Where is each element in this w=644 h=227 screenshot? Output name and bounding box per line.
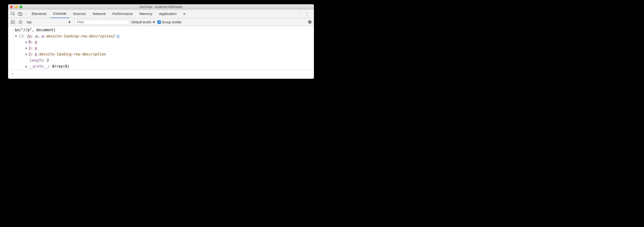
- group-similar-toggle[interactable]: Group similar: [158, 20, 182, 24]
- array-entry-row[interactable]: 1: p: [8, 46, 314, 52]
- expand-caret-icon[interactable]: [26, 47, 27, 50]
- expand-caret-icon[interactable]: [26, 65, 27, 68]
- proto-row[interactable]: __proto__: Array(0): [8, 64, 314, 70]
- tab-application[interactable]: Application: [156, 10, 180, 18]
- svg-rect-2: [20, 13, 22, 16]
- array-index: 0: [28, 40, 31, 44]
- window-title: DevTools - localhost:8080/web/: [8, 5, 314, 9]
- output-marker-icon: [10, 33, 15, 40]
- info-icon[interactable]: i: [116, 35, 120, 38]
- log-levels-selector[interactable]: Default levels ▼: [131, 20, 156, 24]
- tab-performance[interactable]: Performance: [109, 10, 136, 18]
- element-tag[interactable]: p: [35, 40, 37, 44]
- element-class: .devsite-landing-row-description: [44, 34, 112, 38]
- length-key: length: [30, 58, 42, 63]
- console-toolbar: top ▼ Default levels ▼ Group similar: [8, 18, 314, 26]
- array-index: 1: [28, 46, 31, 51]
- tab-network[interactable]: Network: [90, 10, 109, 18]
- svg-line-7: [20, 21, 22, 23]
- group-similar-checkbox[interactable]: [158, 21, 161, 24]
- length-value: 3: [46, 58, 49, 63]
- element-tag[interactable]: p: [35, 34, 37, 38]
- tabs-overflow-button[interactable]: »: [181, 11, 188, 16]
- titlebar: DevTools - localhost:8080/web/: [8, 4, 314, 10]
- console-prompt[interactable]: [8, 70, 314, 79]
- element-class: .devsite-landing-row-description: [37, 52, 106, 56]
- clear-console-icon[interactable]: [18, 19, 23, 25]
- input-expression[interactable]: $x("//p", document): [15, 27, 312, 33]
- more-options-icon[interactable]: ⋮: [302, 11, 312, 17]
- proto-key: __proto__: [28, 64, 48, 69]
- element-tag[interactable]: p: [29, 34, 31, 38]
- context-selector-value: top: [27, 20, 32, 24]
- dropdown-caret-icon: ▼: [68, 20, 71, 24]
- expand-caret-icon[interactable]: [26, 41, 27, 44]
- separator: [300, 12, 300, 16]
- prompt-input[interactable]: [15, 71, 312, 77]
- array-index: 2: [28, 52, 31, 56]
- expand-caret-icon[interactable]: [15, 36, 17, 37]
- element-tag[interactable]: p: [35, 52, 37, 56]
- log-levels-label: Default levels: [131, 20, 151, 24]
- console-result-row: (3) [p, p, p.devsite-landing-row-descrip…: [8, 33, 314, 40]
- prompt-marker-icon: [10, 71, 15, 77]
- tab-sources[interactable]: Sources: [70, 10, 90, 18]
- element-tag[interactable]: p: [35, 46, 37, 51]
- tab-console[interactable]: Console: [50, 10, 70, 18]
- separator: [26, 12, 26, 16]
- array-entry-row[interactable]: 2: p.devsite-landing-row-description: [8, 51, 314, 58]
- tab-memory[interactable]: Memory: [136, 10, 156, 18]
- inspect-element-icon[interactable]: [10, 11, 16, 17]
- dropdown-caret-icon: ▼: [152, 20, 156, 24]
- devtools-window: DevTools - localhost:8080/web/ ElementsC…: [8, 4, 314, 79]
- console-output: $x("//p", document) (3) [p, p, p.devsite…: [8, 26, 314, 79]
- input-marker-icon: [10, 27, 15, 33]
- console-settings-icon[interactable]: [308, 20, 312, 24]
- expand-caret-icon[interactable]: [26, 53, 27, 56]
- array-length-summary: (3): [18, 34, 24, 38]
- array-entry-row[interactable]: 0: p: [8, 39, 314, 46]
- tab-elements[interactable]: Elements: [28, 10, 50, 18]
- proto-value: Array(0): [52, 64, 69, 69]
- filter-input[interactable]: [75, 20, 129, 25]
- group-similar-label: Group similar: [162, 20, 182, 24]
- console-input-echo: $x("//p", document): [8, 27, 314, 33]
- device-toolbar-icon[interactable]: [17, 11, 23, 17]
- toggle-sidebar-icon[interactable]: [10, 19, 16, 25]
- main-tabbar: ElementsConsoleSourcesNetworkPerformance…: [8, 10, 314, 18]
- result-summary[interactable]: (3) [p, p, p.devsite-landing-row-descrip…: [15, 33, 312, 40]
- context-selector[interactable]: top ▼: [25, 20, 73, 24]
- length-row: length: 3: [8, 58, 314, 64]
